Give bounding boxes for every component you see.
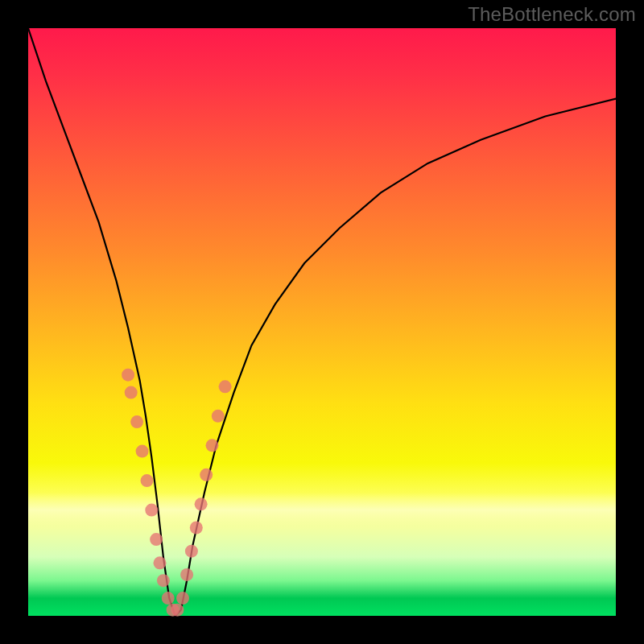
sample-point	[185, 545, 198, 558]
sample-point	[176, 592, 189, 605]
sample-point	[145, 504, 158, 517]
sample-point	[206, 439, 219, 452]
sample-point	[136, 445, 149, 458]
sample-point	[150, 533, 163, 546]
bottleneck-curve	[28, 28, 616, 616]
sample-point	[212, 410, 225, 423]
sample-point	[190, 522, 203, 535]
sample-point	[130, 415, 143, 428]
sample-point	[141, 474, 154, 487]
sample-point	[162, 592, 175, 605]
sample-point	[157, 574, 170, 587]
sample-point	[154, 556, 167, 569]
chart-frame: TheBottleneck.com	[0, 0, 644, 644]
sample-point	[200, 469, 213, 481]
watermark-text: TheBottleneck.com	[468, 3, 636, 26]
sample-point	[219, 380, 232, 393]
sample-point	[122, 369, 134, 382]
sample-points-group	[122, 369, 232, 617]
chart-svg	[28, 28, 616, 616]
sample-point	[180, 568, 193, 581]
sample-point	[171, 604, 184, 617]
sample-point	[125, 386, 138, 399]
plot-area	[28, 28, 616, 616]
sample-point	[195, 497, 208, 510]
